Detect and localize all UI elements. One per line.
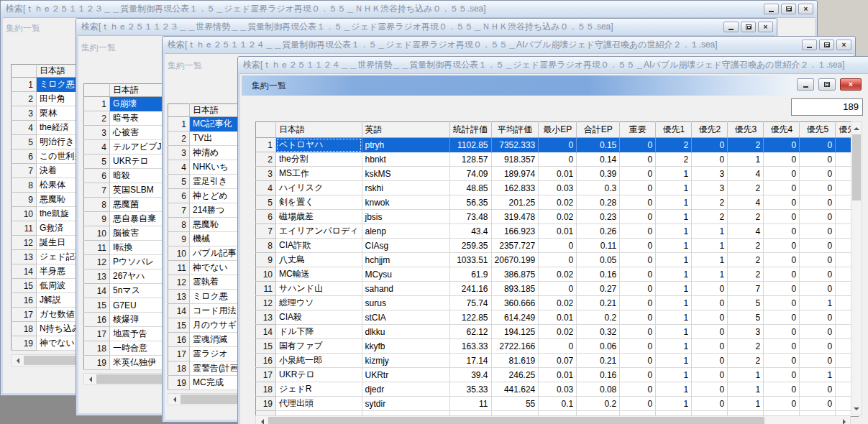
table-cell[interactable]: 0.08 <box>577 382 620 397</box>
row-number[interactable]: 2 <box>12 92 37 106</box>
table-cell[interactable]: UKRtr <box>362 368 449 382</box>
table-cell[interactable]: 1 <box>656 210 692 224</box>
table-row[interactable]: 7エイリアンパロディalenp43.4166.9230.010.26011400 <box>256 224 859 239</box>
row-number[interactable]: 12 <box>12 236 37 250</box>
table-cell[interactable]: 0.15 <box>577 138 620 152</box>
column-header[interactable]: 重要 <box>620 122 656 138</box>
table-cell[interactable]: 0.02 <box>539 296 577 310</box>
table-cell[interactable]: サハンド山 <box>276 282 362 296</box>
table-cell[interactable]: 893.185 <box>491 282 539 296</box>
row-number[interactable]: 12 <box>168 275 190 290</box>
table-cell[interactable]: 201.25 <box>491 195 539 210</box>
scrollbar-thumb[interactable] <box>268 417 764 424</box>
table-cell[interactable]: alenp <box>362 224 449 239</box>
column-header[interactable]: 合計EP <box>577 122 620 138</box>
table-cell[interactable]: 0.28 <box>577 195 620 210</box>
table-cell[interactable]: 0 <box>800 354 836 368</box>
row-number[interactable]: 5 <box>84 155 110 169</box>
table-cell[interactable]: 0.01 <box>539 224 577 239</box>
table-cell[interactable]: 0 <box>620 354 656 368</box>
panel-caption[interactable]: 集約一覧 <box>168 60 202 72</box>
table-row[interactable]: 1ペトロヤハptryh1102.857352.33300.15020200 <box>256 138 859 152</box>
table-cell[interactable]: 39.4 <box>449 368 491 382</box>
table-cell[interactable]: 0 <box>539 239 577 253</box>
table-row[interactable]: 3MS工作kskMS74.09189.9740.010.39013400 <box>256 167 859 181</box>
table-cell[interactable]: 1 <box>656 253 692 267</box>
table-cell[interactable]: 1 <box>728 368 764 382</box>
row-number[interactable]: 12 <box>256 296 276 310</box>
table-cell[interactable]: 0 <box>620 195 656 210</box>
table-cell[interactable]: 代理出頭 <box>276 397 362 411</box>
table-cell[interactable]: 441.624 <box>491 382 539 397</box>
table-row[interactable]: 15国有ファブkkyfb163.332722.16600.06010200 <box>256 339 859 354</box>
table-cell[interactable]: 1 <box>656 296 692 310</box>
table-cell[interactable]: 2357.727 <box>491 239 539 253</box>
table-cell[interactable]: 0 <box>800 181 836 195</box>
row-number[interactable]: 1 <box>168 117 190 132</box>
list-item[interactable]: 8悪魔菌 <box>84 198 175 212</box>
row-number[interactable]: 5 <box>12 135 37 149</box>
table-cell[interactable]: 1033.51 <box>449 253 491 267</box>
row-number[interactable]: 9 <box>168 232 190 246</box>
table-cell[interactable]: 4 <box>728 224 764 239</box>
table-cell[interactable]: CIA殺 <box>276 310 362 325</box>
table-cell[interactable]: 163.33 <box>449 339 491 354</box>
list-item[interactable]: 17地震予告 <box>84 327 175 341</box>
table-cell[interactable]: 0 <box>692 368 728 382</box>
table-cell[interactable]: 0 <box>800 138 836 152</box>
table-cell[interactable]: UKRテロ <box>276 368 362 382</box>
row-number[interactable]: 9 <box>12 193 37 207</box>
table-cell[interactable]: 0 <box>620 253 656 267</box>
list-item[interactable]: 145nマス <box>84 284 175 298</box>
row-number[interactable]: 3 <box>256 167 276 181</box>
table-cell[interactable]: 0 <box>764 195 800 210</box>
table-row[interactable]: 9八丈島hchjjm1033.5120670.19900.05011200 <box>256 253 859 267</box>
table-cell[interactable]: 1 <box>656 354 692 368</box>
minimize-button[interactable] <box>723 22 739 32</box>
table-cell[interactable]: 1 <box>692 224 728 239</box>
table-cell[interactable]: kkyfb <box>362 339 449 354</box>
table-cell[interactable]: the分割 <box>276 152 362 167</box>
table-cell[interactable]: 1 <box>728 382 764 397</box>
active-panel-caption[interactable]: 集約一覧 <box>242 75 868 96</box>
table-cell[interactable]: 0 <box>620 397 656 411</box>
table-cell[interactable]: 0 <box>764 382 800 397</box>
table-cell[interactable]: 0.01 <box>539 310 577 325</box>
row-number[interactable]: 13 <box>168 290 190 304</box>
table-cell[interactable]: 1 <box>656 181 692 195</box>
column-header[interactable]: 優先2 <box>692 122 728 138</box>
list-item[interactable]: 7英国SLBM <box>84 183 175 198</box>
row-number[interactable]: 4 <box>84 140 110 155</box>
row-number[interactable]: 15 <box>12 279 37 293</box>
table-cell[interactable]: 0.01 <box>539 167 577 181</box>
table-cell[interactable]: 1 <box>656 368 692 382</box>
table-cell[interactable]: ハイリスク <box>276 181 362 195</box>
table-cell[interactable]: 241.16 <box>449 282 491 296</box>
table-cell[interactable]: hchjjm <box>362 253 449 267</box>
column-header[interactable]: 平均評価 <box>491 122 539 138</box>
row-number[interactable]: 8 <box>168 218 190 232</box>
table-cell[interactable]: jbsis <box>362 210 449 224</box>
row-number[interactable]: 10 <box>168 246 190 261</box>
table-cell[interactable]: 43.4 <box>449 224 491 239</box>
row-number[interactable]: 12 <box>84 255 110 269</box>
column-header[interactable]: 日本語 <box>276 122 362 138</box>
scroll-left-button[interactable] <box>12 355 23 366</box>
table-cell[interactable]: 2 <box>728 253 764 267</box>
table-cell[interactable]: ドル下降 <box>276 325 362 339</box>
list-item[interactable]: 18一時合意 <box>84 341 175 356</box>
table-cell[interactable]: 0.05 <box>577 253 620 267</box>
table-row[interactable]: 5剣を置くknwok56.35201.250.020.28012400 <box>256 195 859 210</box>
table-cell[interactable]: 189.974 <box>491 167 539 181</box>
row-number[interactable]: 13 <box>12 250 37 264</box>
row-number[interactable]: 15 <box>256 339 276 354</box>
table-cell[interactable]: 2 <box>728 138 764 152</box>
table-cell[interactable]: 0.14 <box>577 152 620 167</box>
table-cell[interactable]: 5 <box>728 296 764 310</box>
table-cell[interactable]: 0 <box>800 239 836 253</box>
column-header[interactable]: 最小EP <box>539 122 577 138</box>
row-number[interactable]: 14 <box>168 304 190 318</box>
titlebar[interactable]: 検索[ｔｈｅ２５１１２４＿＿質量制御再現公表１．５＿ジェド霊界ラジオ再現０．５５… <box>163 37 855 53</box>
titlebar[interactable]: 検索[ｔｈｅ２５１１２３＿＿質量制御再現公表１．５＿ジェド霊界ラジオ再現０．５５… <box>1 1 817 17</box>
table-cell[interactable]: kskMS <box>362 167 449 181</box>
